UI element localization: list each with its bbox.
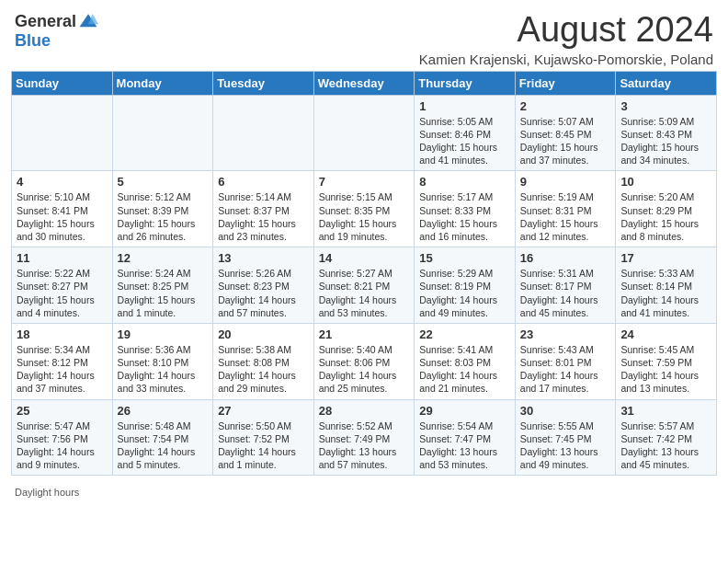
calendar-cell: 10Sunrise: 5:20 AM Sunset: 8:29 PM Dayli… — [616, 171, 717, 247]
day-number: 8 — [419, 175, 510, 189]
calendar-cell: 11Sunrise: 5:22 AM Sunset: 8:27 PM Dayli… — [12, 247, 113, 324]
calendar-cell: 22Sunrise: 5:41 AM Sunset: 8:03 PM Dayli… — [415, 323, 516, 399]
day-info: Sunrise: 5:31 AM Sunset: 8:17 PM Dayligh… — [520, 267, 611, 319]
calendar-cell: 7Sunrise: 5:15 AM Sunset: 8:35 PM Daylig… — [313, 171, 415, 247]
header-day-tuesday: Tuesday — [213, 71, 314, 95]
calendar-body: 1Sunrise: 5:05 AM Sunset: 8:46 PM Daylig… — [12, 95, 717, 475]
day-number: 12 — [118, 251, 209, 265]
calendar-cell: 30Sunrise: 5:55 AM Sunset: 7:45 PM Dayli… — [515, 399, 616, 476]
day-info: Sunrise: 5:33 AM Sunset: 8:14 PM Dayligh… — [620, 267, 711, 319]
footer-note: Daylight hours — [0, 483, 728, 501]
calendar-week-row: 18Sunrise: 5:34 AM Sunset: 8:12 PM Dayli… — [12, 323, 717, 399]
header-day-sunday: Sunday — [12, 71, 113, 95]
day-number: 6 — [218, 175, 309, 189]
day-info: Sunrise: 5:07 AM Sunset: 8:45 PM Dayligh… — [520, 115, 611, 167]
calendar-cell — [112, 95, 213, 171]
calendar-cell: 21Sunrise: 5:40 AM Sunset: 8:06 PM Dayli… — [313, 323, 415, 399]
calendar-cell: 19Sunrise: 5:36 AM Sunset: 8:10 PM Dayli… — [112, 323, 213, 399]
logo-blue-text: Blue — [15, 31, 51, 51]
header-day-saturday: Saturday — [616, 71, 717, 95]
header-day-friday: Friday — [515, 71, 616, 95]
day-info: Sunrise: 5:52 AM Sunset: 7:49 PM Dayligh… — [319, 419, 410, 472]
day-number: 15 — [419, 251, 510, 265]
header-day-thursday: Thursday — [415, 71, 516, 95]
day-info: Sunrise: 5:57 AM Sunset: 7:42 PM Dayligh… — [620, 419, 711, 472]
calendar-cell — [313, 95, 415, 171]
day-number: 3 — [620, 99, 711, 113]
day-info: Sunrise: 5:14 AM Sunset: 8:37 PM Dayligh… — [218, 190, 309, 243]
day-number: 30 — [520, 404, 611, 418]
calendar-cell: 24Sunrise: 5:45 AM Sunset: 7:59 PM Dayli… — [616, 323, 717, 399]
calendar-cell: 16Sunrise: 5:31 AM Sunset: 8:17 PM Dayli… — [515, 247, 616, 324]
day-info: Sunrise: 5:38 AM Sunset: 8:08 PM Dayligh… — [218, 343, 309, 396]
day-number: 24 — [620, 327, 711, 341]
day-number: 5 — [118, 175, 209, 189]
logo-general-text: General — [15, 12, 76, 31]
day-info: Sunrise: 5:09 AM Sunset: 8:43 PM Dayligh… — [620, 115, 711, 167]
title-area: August 2024 Kamien Krajenski, Kujawsko-P… — [419, 11, 713, 67]
calendar-week-row: 4Sunrise: 5:10 AM Sunset: 8:41 PM Daylig… — [12, 171, 717, 247]
day-number: 10 — [620, 175, 711, 189]
day-number: 13 — [218, 251, 309, 265]
day-number: 17 — [620, 251, 711, 265]
page-header: General Blue August 2024 Kamien Krajensk… — [0, 0, 728, 71]
day-info: Sunrise: 5:47 AM Sunset: 7:56 PM Dayligh… — [17, 419, 108, 472]
calendar-week-row: 25Sunrise: 5:47 AM Sunset: 7:56 PM Dayli… — [12, 399, 717, 476]
day-info: Sunrise: 5:26 AM Sunset: 8:23 PM Dayligh… — [218, 267, 309, 319]
day-number: 26 — [118, 404, 209, 418]
calendar-week-row: 1Sunrise: 5:05 AM Sunset: 8:46 PM Daylig… — [12, 95, 717, 171]
calendar-cell — [12, 95, 113, 171]
calendar-cell: 25Sunrise: 5:47 AM Sunset: 7:56 PM Dayli… — [12, 399, 113, 476]
day-number: 23 — [520, 327, 611, 341]
header-row: SundayMondayTuesdayWednesdayThursdayFrid… — [12, 71, 717, 95]
calendar-cell: 26Sunrise: 5:48 AM Sunset: 7:54 PM Dayli… — [112, 399, 213, 476]
day-number: 20 — [218, 327, 309, 341]
daylight-hours-label: Daylight hours — [15, 487, 79, 498]
calendar-cell: 8Sunrise: 5:17 AM Sunset: 8:33 PM Daylig… — [415, 171, 516, 247]
calendar-cell: 27Sunrise: 5:50 AM Sunset: 7:52 PM Dayli… — [213, 399, 314, 476]
day-info: Sunrise: 5:55 AM Sunset: 7:45 PM Dayligh… — [520, 419, 611, 472]
calendar-cell: 18Sunrise: 5:34 AM Sunset: 8:12 PM Dayli… — [12, 323, 113, 399]
day-info: Sunrise: 5:27 AM Sunset: 8:21 PM Dayligh… — [319, 267, 410, 319]
logo: General Blue — [15, 11, 98, 51]
day-number: 1 — [419, 99, 510, 113]
calendar-wrapper: SundayMondayTuesdayWednesdayThursdayFrid… — [0, 71, 728, 483]
calendar-cell — [213, 95, 314, 171]
day-info: Sunrise: 5:22 AM Sunset: 8:27 PM Dayligh… — [17, 267, 108, 319]
calendar-cell: 23Sunrise: 5:43 AM Sunset: 8:01 PM Dayli… — [515, 323, 616, 399]
calendar-table: SundayMondayTuesdayWednesdayThursdayFrid… — [11, 71, 717, 476]
day-number: 29 — [419, 404, 510, 418]
calendar-cell: 6Sunrise: 5:14 AM Sunset: 8:37 PM Daylig… — [213, 171, 314, 247]
calendar-cell: 13Sunrise: 5:26 AM Sunset: 8:23 PM Dayli… — [213, 247, 314, 324]
day-info: Sunrise: 5:54 AM Sunset: 7:47 PM Dayligh… — [419, 419, 510, 472]
day-number: 9 — [520, 175, 611, 189]
day-number: 27 — [218, 404, 309, 418]
calendar-cell: 29Sunrise: 5:54 AM Sunset: 7:47 PM Dayli… — [415, 399, 516, 476]
day-info: Sunrise: 5:15 AM Sunset: 8:35 PM Dayligh… — [319, 190, 410, 243]
calendar-week-row: 11Sunrise: 5:22 AM Sunset: 8:27 PM Dayli… — [12, 247, 717, 324]
day-number: 25 — [17, 404, 108, 418]
day-info: Sunrise: 5:19 AM Sunset: 8:31 PM Dayligh… — [520, 190, 611, 243]
day-number: 16 — [520, 251, 611, 265]
calendar-cell: 12Sunrise: 5:24 AM Sunset: 8:25 PM Dayli… — [112, 247, 213, 324]
day-number: 4 — [17, 175, 108, 189]
day-info: Sunrise: 5:24 AM Sunset: 8:25 PM Dayligh… — [118, 267, 209, 319]
day-info: Sunrise: 5:48 AM Sunset: 7:54 PM Dayligh… — [118, 419, 209, 472]
logo-icon — [78, 11, 98, 31]
day-number: 11 — [17, 251, 108, 265]
day-info: Sunrise: 5:41 AM Sunset: 8:03 PM Dayligh… — [419, 343, 510, 396]
calendar-cell: 14Sunrise: 5:27 AM Sunset: 8:21 PM Dayli… — [313, 247, 415, 324]
day-info: Sunrise: 5:34 AM Sunset: 8:12 PM Dayligh… — [17, 343, 108, 396]
calendar-header: SundayMondayTuesdayWednesdayThursdayFrid… — [12, 71, 717, 95]
day-info: Sunrise: 5:05 AM Sunset: 8:46 PM Dayligh… — [419, 115, 510, 167]
day-number: 19 — [118, 327, 209, 341]
calendar-cell: 17Sunrise: 5:33 AM Sunset: 8:14 PM Dayli… — [616, 247, 717, 324]
day-number: 31 — [620, 404, 711, 418]
calendar-cell: 1Sunrise: 5:05 AM Sunset: 8:46 PM Daylig… — [415, 95, 516, 171]
calendar-cell: 3Sunrise: 5:09 AM Sunset: 8:43 PM Daylig… — [616, 95, 717, 171]
calendar-cell: 5Sunrise: 5:12 AM Sunset: 8:39 PM Daylig… — [112, 171, 213, 247]
month-title: August 2024 — [419, 11, 713, 50]
day-number: 18 — [17, 327, 108, 341]
day-info: Sunrise: 5:17 AM Sunset: 8:33 PM Dayligh… — [419, 190, 510, 243]
calendar-cell: 4Sunrise: 5:10 AM Sunset: 8:41 PM Daylig… — [12, 171, 113, 247]
